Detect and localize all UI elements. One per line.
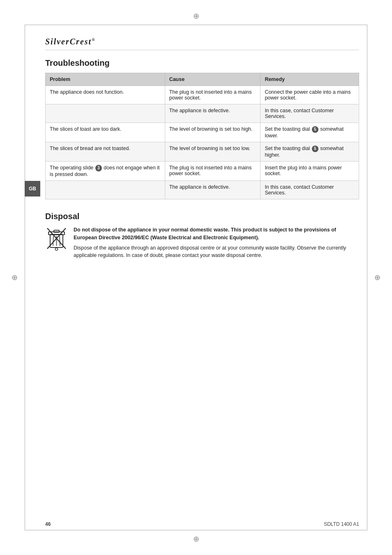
- table-row: The slices of bread are not toasted. The…: [46, 142, 359, 162]
- troubleshooting-section: Troubleshooting Problem Cause Remedy The…: [45, 58, 359, 199]
- table-row: The operating slide 3 does not engage wh…: [46, 162, 359, 181]
- problem-cell-4: The slices of bread are not toasted.: [46, 142, 165, 162]
- table-row: The appliance does not function. The plu…: [46, 86, 359, 104]
- page-border-left: [25, 25, 25, 530]
- disposal-body-text: Dispose of the appliance through an appr…: [74, 244, 359, 260]
- svg-line-5: [60, 236, 60, 246]
- weee-icon: [45, 226, 68, 251]
- slide-number-3: 3: [95, 165, 102, 171]
- cause-cell-1: The plug is not inserted into a mains po…: [165, 86, 261, 104]
- reg-mark-left: ⊕: [12, 273, 18, 282]
- problem-cell-1: The appliance does not function.: [46, 86, 165, 104]
- disposal-content: Do not dispose of the appliance in your …: [45, 226, 359, 262]
- cause-cell-3: The level of browning is set too high.: [165, 123, 261, 142]
- problem-cell-2: [46, 104, 165, 123]
- col-header-remedy: Remedy: [261, 73, 359, 86]
- remedy-cell-2: In this case, contact Customer Services.: [261, 104, 359, 123]
- problem-cell-6: [46, 181, 165, 199]
- remedy-cell-1: Connect the power cable into a mains pow…: [261, 86, 359, 104]
- dial-number-5a: 5: [312, 126, 318, 133]
- page-border-right: [367, 25, 367, 530]
- footer: 46 SDLTD 1400 A1: [45, 521, 359, 527]
- svg-rect-2: [54, 230, 59, 232]
- table-row: The appliance is defective. In this case…: [46, 104, 359, 123]
- remedy-cell-3: Set the toasting dial 5 somewhat lower.: [261, 123, 359, 142]
- disposal-section: Disposal: [45, 212, 359, 262]
- table-row: The appliance is defective. In this case…: [46, 181, 359, 199]
- cause-cell-6: The appliance is defective.: [165, 181, 261, 199]
- cause-cell-5: The plug is not inserted into a mains po…: [165, 162, 261, 181]
- disposal-bold-text: Do not dispose of the appliance in your …: [74, 226, 359, 242]
- page-border-top: [25, 25, 367, 25]
- disposal-title: Disposal: [45, 212, 359, 221]
- language-tab-label: GB: [29, 186, 36, 192]
- main-content: SilverCrest® Troubleshooting Problem Cau…: [45, 37, 359, 262]
- svg-point-6: [55, 248, 58, 250]
- problem-cell-5: The operating slide 3 does not engage wh…: [46, 162, 165, 181]
- language-tab-gb: GB: [25, 181, 40, 197]
- col-header-problem: Problem: [46, 73, 165, 86]
- reg-mark-bottom: ⊕: [193, 534, 199, 543]
- cause-cell-2: The appliance is defective.: [165, 104, 261, 123]
- remedy-cell-4: Set the toasting dial 5 somewhat higher.: [261, 142, 359, 162]
- dial-number-5b: 5: [312, 146, 318, 152]
- reg-mark-top: ⊕: [193, 12, 199, 21]
- cause-cell-4: The level of browning is set too low.: [165, 142, 261, 162]
- problem-cell-3: The slices of toast are too dark.: [46, 123, 165, 142]
- troubleshooting-title: Troubleshooting: [45, 58, 359, 68]
- page-number: 46: [45, 521, 51, 527]
- svg-line-3: [53, 236, 53, 246]
- col-header-cause: Cause: [165, 73, 261, 86]
- table-row: The slices of toast are too dark. The le…: [46, 123, 359, 142]
- remedy-cell-6: In this case, contact Customer Services.: [261, 181, 359, 199]
- reg-mark-right: ⊕: [374, 273, 380, 282]
- brand-header: SilverCrest®: [45, 37, 359, 50]
- product-code: SDLTD 1400 A1: [324, 521, 359, 527]
- brand-name: SilverCrest®: [45, 37, 96, 46]
- troubleshooting-table: Problem Cause Remedy The appliance does …: [45, 73, 359, 199]
- disposal-text: Do not dispose of the appliance in your …: [74, 226, 359, 262]
- remedy-cell-5: Insert the plug into a mains power socke…: [261, 162, 359, 181]
- page-border-bottom: [25, 530, 367, 530]
